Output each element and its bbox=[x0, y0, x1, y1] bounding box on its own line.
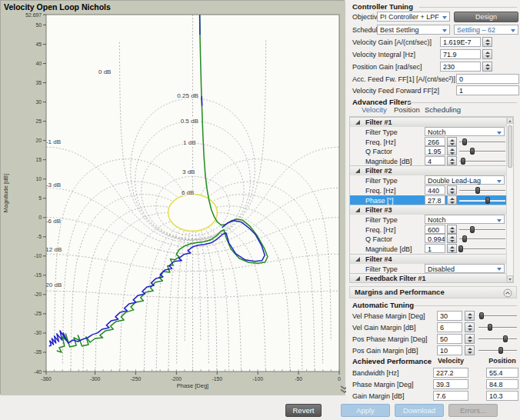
slider-thumb[interactable] bbox=[488, 324, 492, 331]
filter-value-input[interactable]: 266 bbox=[425, 137, 445, 146]
slider[interactable] bbox=[478, 346, 517, 355]
spinner[interactable] bbox=[447, 146, 457, 155]
slider-thumb[interactable] bbox=[461, 158, 465, 165]
scrollbar-thumb[interactable] bbox=[508, 125, 512, 168]
margin-input[interactable]: 6 bbox=[437, 322, 462, 332]
margins-performance-header[interactable]: Margins and Performance bbox=[349, 286, 517, 298]
filter-value-input[interactable]: 440 bbox=[425, 185, 445, 195]
slider[interactable] bbox=[459, 235, 505, 243]
slider-thumb[interactable] bbox=[462, 235, 467, 242]
objective-select[interactable]: PI Controller + LPF bbox=[377, 12, 450, 22]
spinner-down-icon[interactable] bbox=[450, 250, 455, 252]
spinner[interactable] bbox=[447, 185, 457, 195]
slider-thumb[interactable] bbox=[462, 138, 467, 145]
spinner-down-icon[interactable] bbox=[450, 240, 455, 242]
filter-row[interactable]: Filter TypeNotch bbox=[350, 215, 508, 225]
filter-value-input[interactable]: 600 bbox=[425, 225, 445, 234]
filter-value-input[interactable]: 0.994 bbox=[425, 234, 445, 243]
spinner-down-icon[interactable] bbox=[468, 352, 472, 354]
scheduling-select[interactable]: Best Settling bbox=[377, 25, 450, 35]
spinner-up-icon[interactable] bbox=[485, 64, 490, 66]
spinner-down-icon[interactable] bbox=[450, 143, 455, 145]
slider[interactable] bbox=[459, 147, 505, 155]
apply-button[interactable]: Apply bbox=[341, 404, 390, 417]
spinner-up-icon[interactable] bbox=[468, 348, 472, 350]
spinner-down-icon[interactable] bbox=[468, 340, 472, 342]
spinner-up-icon[interactable] bbox=[450, 236, 455, 238]
slider-thumb[interactable] bbox=[475, 187, 480, 194]
filter-row[interactable]: Q Factor0.994 bbox=[350, 234, 508, 244]
download-button[interactable]: Download bbox=[395, 404, 444, 417]
filter-type-select[interactable]: Notch bbox=[425, 127, 505, 136]
spinner[interactable] bbox=[447, 234, 457, 243]
design-button[interactable]: Design bbox=[454, 12, 518, 22]
scroll-up-button[interactable] bbox=[507, 117, 513, 124]
spinner-up-icon[interactable] bbox=[468, 325, 472, 327]
spinner-down-icon[interactable] bbox=[450, 231, 455, 233]
slider[interactable] bbox=[478, 323, 517, 332]
filter-group-header[interactable]: Feedback Filter #1 bbox=[350, 273, 508, 283]
spinner-up-icon[interactable] bbox=[450, 246, 455, 248]
spinner-up-icon[interactable] bbox=[450, 188, 455, 190]
filter-group-header[interactable]: Filter #2 bbox=[350, 165, 508, 175]
margin-input[interactable]: 30 bbox=[437, 311, 462, 321]
collapse-section-button[interactable] bbox=[503, 288, 512, 301]
spinner-down-icon[interactable] bbox=[450, 162, 455, 165]
gain-field-input[interactable]: 230 bbox=[440, 62, 481, 72]
expander-icon[interactable] bbox=[355, 276, 360, 281]
slider[interactable] bbox=[459, 245, 505, 253]
spinner-up-icon[interactable] bbox=[450, 148, 455, 151]
slider[interactable] bbox=[459, 225, 505, 234]
slider-thumb[interactable] bbox=[498, 347, 503, 354]
filter-value-input[interactable]: 27.8 bbox=[425, 195, 445, 205]
errors-button[interactable]: Errors... bbox=[448, 404, 498, 417]
expander-icon[interactable] bbox=[355, 257, 360, 262]
spinner-down-icon[interactable] bbox=[485, 55, 490, 58]
slider-thumb[interactable] bbox=[503, 335, 508, 342]
spinner[interactable] bbox=[447, 195, 457, 205]
slider[interactable] bbox=[459, 157, 505, 165]
slider-thumb[interactable] bbox=[470, 226, 475, 233]
slider[interactable] bbox=[478, 335, 517, 343]
expander-icon[interactable] bbox=[355, 120, 360, 125]
slider[interactable] bbox=[459, 196, 505, 205]
spinner-down-icon[interactable] bbox=[485, 43, 490, 45]
spinner[interactable] bbox=[447, 137, 457, 146]
spinner[interactable] bbox=[482, 62, 492, 72]
spinner-up-icon[interactable] bbox=[450, 198, 455, 200]
expander-icon[interactable] bbox=[355, 208, 360, 212]
slider-thumb[interactable] bbox=[479, 312, 484, 319]
spinner-up-icon[interactable] bbox=[468, 313, 472, 315]
spinner[interactable] bbox=[447, 156, 457, 165]
gain-field-input[interactable]: 71.9 bbox=[440, 49, 481, 59]
scroll-down-button[interactable] bbox=[507, 275, 513, 282]
gain-field-input[interactable]: 1.619E-7 bbox=[440, 37, 481, 47]
spinner[interactable] bbox=[465, 345, 475, 355]
tab-velocity[interactable]: Velocity bbox=[362, 105, 387, 114]
spinner-up-icon[interactable] bbox=[450, 158, 455, 161]
gain-field-input[interactable]: 0 bbox=[456, 74, 519, 84]
slider[interactable] bbox=[459, 186, 505, 195]
spinner-down-icon[interactable] bbox=[450, 152, 455, 155]
filter-row[interactable]: Filter TypeNotch bbox=[350, 127, 508, 137]
filter-type-select[interactable]: Notch bbox=[425, 215, 505, 224]
slider-thumb[interactable] bbox=[470, 148, 475, 155]
filter-row[interactable]: Freq. [Hz]266 bbox=[350, 137, 508, 147]
revert-button[interactable]: Revert bbox=[285, 404, 322, 417]
spinner-up-icon[interactable] bbox=[485, 52, 490, 54]
spinner-up-icon[interactable] bbox=[468, 336, 472, 338]
spinner[interactable] bbox=[447, 244, 457, 253]
filter-value-input[interactable]: 1 bbox=[425, 244, 445, 253]
spinner[interactable] bbox=[482, 37, 492, 47]
scheduling-mode-select[interactable]: Settling – 62 bbox=[454, 25, 518, 35]
spinner-down-icon[interactable] bbox=[468, 317, 472, 319]
spinner[interactable] bbox=[447, 225, 457, 234]
slider-thumb[interactable] bbox=[485, 197, 490, 204]
filter-value-input[interactable]: 4 bbox=[425, 156, 445, 165]
spinner-up-icon[interactable] bbox=[485, 39, 490, 42]
spinner-down-icon[interactable] bbox=[485, 68, 490, 70]
spinner-up-icon[interactable] bbox=[450, 227, 455, 229]
slider[interactable] bbox=[459, 138, 505, 146]
filter-group-header[interactable]: Filter #4 bbox=[350, 254, 508, 264]
spinner[interactable] bbox=[465, 334, 475, 344]
